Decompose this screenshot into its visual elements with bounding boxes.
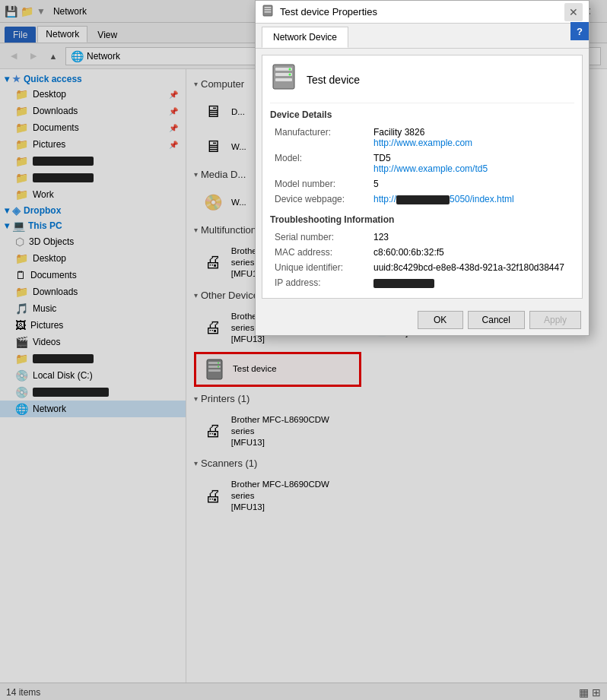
dialog-section-device-details: Device Details xyxy=(270,109,574,120)
field-label: Unique identifier: xyxy=(270,260,369,275)
device-details-table: Manufacturer: Facility 3826 http://www.e… xyxy=(270,125,574,207)
table-row: Manufacturer: Facility 3826 http://www.e… xyxy=(270,125,574,150)
troubleshooting-table: Serial number: 123 MAC address: c8:60:00… xyxy=(270,230,574,290)
dialog-title-text: Test device Properties xyxy=(280,6,558,17)
field-label: MAC address: xyxy=(270,245,369,260)
dialog-close-btn[interactable]: ✕ xyxy=(564,3,583,21)
ok-button[interactable]: OK xyxy=(418,311,463,329)
dialog-tabs: Network Device xyxy=(256,24,589,49)
field-label: Model: xyxy=(270,150,369,176)
dialog-tab-network-device[interactable]: Network Device xyxy=(262,27,348,48)
apply-button[interactable]: Apply xyxy=(529,311,581,329)
properties-dialog: Test device Properties ✕ Network Device … xyxy=(255,0,590,336)
field-label: Manufacturer: xyxy=(270,125,369,150)
table-row: Model number: 5 xyxy=(270,176,574,192)
table-row: Serial number: 123 xyxy=(270,230,574,245)
dialog-device-name: Test device xyxy=(307,74,360,86)
dialog-device-icon xyxy=(270,63,297,97)
field-label: Model number: xyxy=(270,176,369,192)
dialog-help-btn[interactable]: ? xyxy=(570,22,589,40)
dialog-footer: OK Cancel Apply xyxy=(256,305,589,335)
field-value: 123 xyxy=(369,230,574,245)
field-value: Facility 3826 http://www.example.com xyxy=(369,125,574,150)
field-value: c8:60:00:6b:32:f5 xyxy=(369,245,574,260)
table-row: Model: TD5 http://www.example.com/td5 xyxy=(270,150,574,176)
dialog-section-troubleshooting: Troubleshooting Information xyxy=(270,214,574,225)
table-row: IP address: xyxy=(270,275,574,290)
svg-point-15 xyxy=(289,74,291,76)
cancel-button[interactable]: Cancel xyxy=(468,311,525,329)
device-webpage-link[interactable]: http://5050/index.html xyxy=(373,194,514,204)
svg-rect-7 xyxy=(265,7,272,8)
field-label: IP address: xyxy=(270,275,369,290)
field-label: Serial number: xyxy=(270,230,369,245)
field-value: TD5 http://www.example.com/td5 xyxy=(369,150,574,176)
field-value: uuid:8c429bcd-e8e8-438d-921a-32f180d3844… xyxy=(369,260,574,275)
field-value: http://5050/index.html xyxy=(369,192,574,207)
dialog-device-header: Test device xyxy=(270,63,574,103)
svg-point-14 xyxy=(289,68,291,71)
table-row: Unique identifier: uuid:8c429bcd-e8e8-43… xyxy=(270,260,574,275)
dialog-title-icon xyxy=(262,5,274,19)
table-row: Device webpage: http://5050/index.html xyxy=(270,192,574,207)
dialog-body: Test device Device Details Manufacturer:… xyxy=(262,55,583,299)
field-value: 5 xyxy=(369,176,574,192)
svg-rect-8 xyxy=(265,9,272,11)
table-row: MAC address: c8:60:00:6b:32:f5 xyxy=(270,245,574,260)
field-label: Device webpage: xyxy=(270,192,369,207)
dialog-overlay: Test device Properties ✕ Network Device … xyxy=(0,0,607,700)
model-link[interactable]: http://www.example.com/td5 xyxy=(373,163,488,174)
dialog-titlebar: Test device Properties ✕ xyxy=(256,1,589,24)
svg-rect-9 xyxy=(265,11,272,13)
manufacturer-link[interactable]: http://www.example.com xyxy=(373,138,472,148)
field-value xyxy=(369,275,574,290)
svg-rect-13 xyxy=(275,78,292,81)
